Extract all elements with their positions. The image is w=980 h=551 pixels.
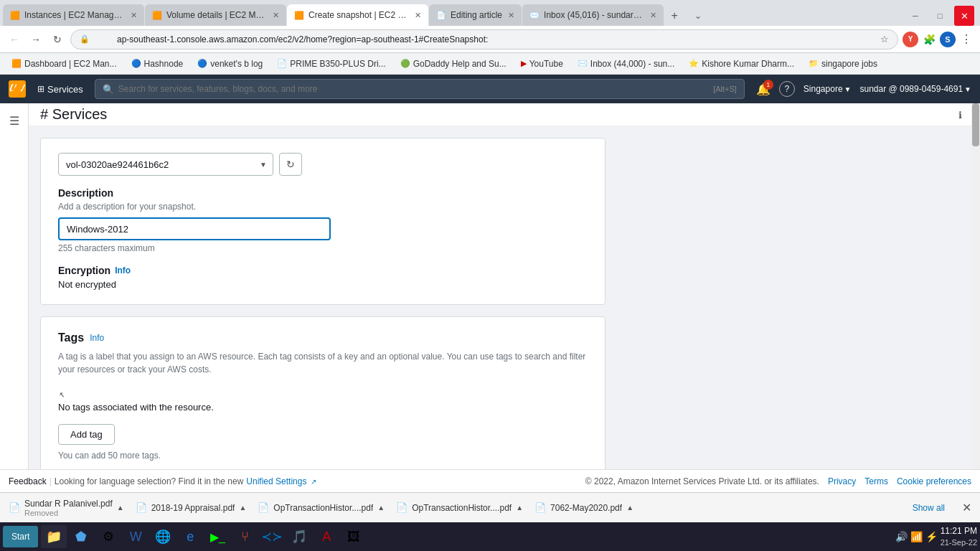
region-selector[interactable]: Singapore ▼: [804, 84, 852, 94]
download-chevron-icon[interactable]: ▲: [377, 504, 385, 512]
bookmark-kishore[interactable]: ⭐ Kishore Kumar Dharm...: [683, 57, 800, 70]
taskbar-item-settings[interactable]: ⚙: [95, 525, 121, 548]
bookmark-icon: 🔵: [131, 59, 141, 68]
chevron-down-icon: ▼: [964, 85, 971, 93]
download-item-sundar[interactable]: 📄 Sundar R Palanivel.pdf Removed ▲: [9, 499, 124, 517]
close-window-button[interactable]: ✕: [954, 6, 974, 26]
taskbar-item-git[interactable]: ⑂: [232, 525, 258, 548]
address-bar: ← → ↻ 🔒 ☆ Y 🧩 S ⋮: [0, 26, 980, 53]
bookmark-label: Dashboard | EC2 Man...: [24, 59, 117, 69]
notifications-button[interactable]: 🔔 1: [756, 83, 771, 96]
user-label: sundar @ 0989-0459-4691: [859, 84, 963, 94]
description-hint: Add a description for your snapshot.: [58, 202, 588, 212]
tab-instances[interactable]: 🟧 Instances | EC2 Management Con... ✕: [3, 4, 144, 26]
aws-logo[interactable]: [9, 80, 26, 98]
download-chevron-icon[interactable]: ▲: [117, 504, 124, 512]
user-menu-button[interactable]: sundar @ 0989-0459-4691 ▼: [859, 84, 971, 94]
bookmark-icon: 🔵: [197, 59, 207, 68]
taskbar-item-file-explorer[interactable]: 📁: [41, 525, 67, 548]
taskbar-item-music[interactable]: 🎵: [286, 525, 312, 548]
tab-close-btn[interactable]: ✕: [650, 11, 656, 20]
bookmark-singapore-jobs[interactable]: 📁 singapore jobs: [803, 57, 883, 70]
bookmark-inbox[interactable]: ✉️ Inbox (44,000) - sun...: [572, 57, 680, 70]
tab-close-btn[interactable]: ✕: [273, 11, 279, 20]
terms-link[interactable]: Terms: [864, 476, 888, 486]
download-item-7062[interactable]: 📄 7062-May2020.pdf ▲: [534, 502, 633, 513]
encryption-section: Encryption Info Not encrypted: [58, 265, 588, 290]
extensions-icon[interactable]: 🧩: [921, 32, 937, 47]
bookmark-venket-blog[interactable]: 🔵 venket's b log: [192, 57, 268, 70]
external-link-icon: ↗: [311, 478, 316, 486]
help-button[interactable]: ?: [779, 81, 795, 97]
yam-icon[interactable]: Y: [903, 32, 918, 47]
taskbar-item-chrome[interactable]: 🌐: [150, 525, 176, 548]
description-input[interactable]: [58, 217, 331, 240]
bookmark-youtube[interactable]: ▶ YouTube: [515, 57, 569, 70]
services-menu-button[interactable]: ⊞ Services: [37, 84, 83, 95]
tags-description: A tag is a label that you assign to an A…: [58, 350, 588, 376]
system-clock[interactable]: 11:21 PM 21-Sep-22: [941, 526, 977, 547]
minimize-button[interactable]: ─: [905, 6, 925, 26]
acrobat-icon: A: [322, 529, 331, 545]
refresh-button[interactable]: ↻: [49, 31, 66, 48]
start-button[interactable]: Start: [3, 526, 38, 547]
time-display: 11:21 PM: [941, 526, 977, 537]
bookmark-dashboard[interactable]: 🟧 Dashboard | EC2 Man...: [6, 57, 123, 70]
pdf-icon: 📄: [258, 502, 269, 513]
download-chevron-icon[interactable]: ▲: [626, 504, 633, 512]
download-chevron-icon[interactable]: ▲: [516, 504, 523, 512]
download-chevron-icon[interactable]: ▲: [239, 504, 246, 512]
tab-close-btn[interactable]: ✕: [131, 11, 137, 20]
refresh-volume-button[interactable]: ↻: [279, 153, 302, 176]
download-item-op1[interactable]: 📄 OpTransactionHistor....pdf ▲: [258, 502, 385, 513]
bookmark-hashnode[interactable]: 🔵 Hashnode: [126, 57, 189, 70]
taskbar-item-pdf[interactable]: A: [314, 525, 339, 548]
tab-close-btn[interactable]: ✕: [508, 11, 514, 20]
download-bar: 📄 Sundar R Palanivel.pdf Removed ▲ 📄 201…: [0, 492, 980, 522]
bookmark-godaddy[interactable]: 🟢 GoDaddy Help and Su...: [395, 57, 512, 70]
address-input[interactable]: [94, 29, 876, 50]
tab-editing-article[interactable]: 📄 Editing article ✕: [429, 4, 522, 26]
scrollbar-thumb[interactable]: [972, 103, 979, 146]
tags-info-link[interactable]: Info: [90, 333, 104, 343]
taskbar-item-edge[interactable]: e: [177, 525, 203, 548]
volume-select[interactable]: vol-03020ae924461b6c2 ▼: [58, 153, 273, 176]
download-item-op2[interactable]: 📄 OpTransactionHistor....pdf ▲: [396, 502, 523, 513]
taskbar-item-word[interactable]: W: [123, 525, 149, 548]
download-filename: 2018-19 Appraisal.pdf: [151, 503, 235, 513]
encryption-info-link[interactable]: Info: [115, 265, 131, 276]
unified-settings-link[interactable]: Unified Settings ↗: [246, 476, 316, 486]
taskbar-item-photos[interactable]: 🖼: [341, 525, 367, 548]
tab-create-snapshot[interactable]: 🟧 Create snapshot | EC2 Manageme... ✕: [287, 4, 428, 26]
back-button[interactable]: ←: [6, 31, 23, 48]
grid-icon: ⊞: [37, 84, 44, 94]
download-item-appraisal[interactable]: 📄 2018-19 Appraisal.pdf ▲: [136, 502, 247, 513]
taskbar-item-vscode[interactable]: ≺≻: [259, 525, 285, 548]
aws-search-bar[interactable]: 🔍 [Alt+S]: [95, 79, 745, 99]
feedback-button[interactable]: Feedback: [9, 476, 47, 486]
add-tag-button[interactable]: Add tag: [58, 424, 115, 445]
bookmark-prime[interactable]: 📄 PRIME B350-PLUS Dri...: [271, 57, 391, 70]
bookmark-icon: ✉️: [578, 59, 588, 68]
tab-close-btn[interactable]: ✕: [415, 11, 421, 20]
show-all-downloads-button[interactable]: Show all: [913, 503, 945, 513]
privacy-link[interactable]: Privacy: [828, 476, 856, 486]
cookie-preferences-link[interactable]: Cookie preferences: [897, 476, 971, 486]
bookmark-page-icon[interactable]: ☆: [880, 34, 889, 44]
forward-button[interactable]: →: [27, 31, 44, 48]
close-downloads-button[interactable]: ✕: [962, 501, 971, 514]
profile-icon[interactable]: S: [940, 32, 956, 47]
menu-button[interactable]: ⋮: [958, 32, 974, 47]
bookmark-label: venket's b log: [210, 59, 263, 69]
scrollbar-track[interactable]: [971, 103, 980, 469]
taskbar-item-terminal[interactable]: ▶_: [204, 525, 230, 548]
tab-inbox[interactable]: ✉️ Inbox (45,016) - sundargac@gm... ✕: [522, 4, 664, 26]
maximize-button[interactable]: □: [930, 6, 950, 26]
tab-overflow-button[interactable]: ⌄: [688, 6, 708, 26]
tab-volume[interactable]: 🟧 Volume details | EC2 Management... ✕: [145, 4, 286, 26]
new-tab-button[interactable]: +: [664, 6, 684, 26]
taskbar-item-browser[interactable]: ⬟: [68, 525, 94, 548]
info-panel-icon[interactable]: ℹ: [948, 103, 971, 126]
sidebar-menu-icon[interactable]: ☰: [3, 109, 26, 132]
aws-search-input[interactable]: [118, 84, 709, 94]
